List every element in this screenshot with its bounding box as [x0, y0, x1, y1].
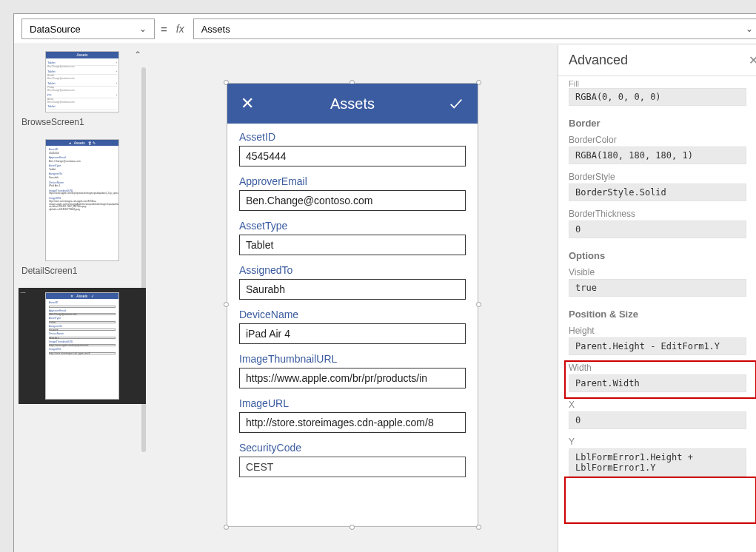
prop-value[interactable]: RGBA(180, 180, 180, 1) [569, 147, 746, 164]
chevron-down-icon: ⌄ [746, 24, 753, 34]
thumbnail-detail-screen[interactable]: ◂ Assets 🗑 ✎ AssetID4545444 ApproverEmai… [21, 139, 143, 276]
thumbnail-header: ✕ Assets ✓ [46, 293, 118, 300]
prop-value[interactable]: LblFormError1.Height + LblFormError1.Y [569, 448, 746, 477]
equals-sign: = [161, 23, 167, 36]
prop-label: X [569, 400, 756, 410]
form-field-assettype: AssetType Tablet [239, 220, 466, 255]
prop-borderthickness: BorderThickness 0 [569, 209, 756, 238]
form-field-imageurl: ImageURL http://store.storeimages.cdn-ap… [239, 397, 466, 433]
phone-title: Assets [330, 95, 375, 112]
scroll-up-icon[interactable]: ⌃ [134, 50, 141, 60]
prop-x: X 0 [569, 400, 756, 429]
field-input[interactable]: Ben.Change@contoso.com [239, 190, 466, 211]
panel-title: Advanced [569, 53, 628, 68]
field-input[interactable]: Tablet [239, 235, 466, 255]
phone-preview[interactable]: ✕ Assets AssetID 4545444 ApproverEmail B… [227, 83, 478, 527]
tree-panel: ⌃ Assets Tablet› Ben.Change@contoso.com … [14, 45, 147, 552]
field-input[interactable]: Saurabh [239, 279, 466, 300]
field-label: ImageURL [239, 397, 466, 409]
thumbnail-label: BrowseScreen1 [21, 117, 143, 127]
field-label: AssetType [239, 220, 466, 232]
form-body: AssetID 4545444 ApproverEmail Ben.Change… [227, 124, 478, 526]
prop-label: Width [569, 363, 756, 373]
app-window: DataSource ⌄ = fx Assets ⌄ ⌃ Assets Tabl… [13, 13, 756, 552]
canvas-area: ✕ Assets AssetID 4545444 ApproverEmail B… [147, 45, 558, 552]
properties-body: Fill RGBA(0, 0, 0, 0) Border BorderColor… [558, 76, 756, 552]
close-icon[interactable]: ✕ [241, 94, 254, 113]
thumbnail-browse-screen[interactable]: Assets Tablet› Ben.Change@contoso.com Ta… [21, 51, 143, 127]
prop-fill: Fill RGBA(0, 0, 0, 0) [569, 79, 756, 106]
field-input[interactable]: CEST [239, 457, 466, 477]
field-input[interactable]: http://store.storeimages.cdn-apple.com/8 [239, 412, 466, 433]
field-label: AssignedTo [239, 264, 466, 276]
section-position-size: Position & Size [569, 309, 756, 320]
form-field-devicename: DeviceName iPad Air 4 [239, 309, 466, 344]
prop-label: Y [569, 437, 756, 447]
close-icon[interactable]: ✕ [749, 53, 756, 67]
field-label: AssetID [239, 131, 466, 143]
prop-value[interactable]: Parent.Width [569, 374, 746, 392]
formula-input[interactable]: Assets ⌄ [193, 18, 756, 39]
prop-label: BorderStyle [569, 172, 756, 182]
field-input[interactable]: https://www.apple.com/br/pr/products/in [239, 368, 466, 388]
form-field-assignedto: AssignedTo Saurabh [239, 264, 466, 300]
form-field-assetid: AssetID 4545444 [239, 131, 466, 166]
form-field-approveremail: ApproverEmail Ben.Change@contoso.com [239, 175, 466, 211]
prop-borderstyle: BorderStyle BorderStyle.Solid [569, 172, 756, 201]
chevron-down-icon: ⌄ [139, 24, 147, 34]
form-field-imagethumbnailurl: ImageThumbnailURL https://www.apple.com/… [239, 353, 466, 388]
prop-visible: Visible true [569, 267, 756, 297]
formula-bar: DataSource ⌄ = fx Assets ⌄ [14, 14, 756, 44]
field-input[interactable]: 4545444 [239, 146, 466, 166]
field-label: DeviceName [239, 309, 466, 320]
prop-height: Height Parent.Height - EditForm1.Y [569, 326, 756, 355]
section-options: Options [569, 250, 756, 261]
form-field-securitycode: SecurityCode CEST [239, 442, 466, 477]
prop-width: Width Parent.Width [569, 363, 756, 392]
prop-value[interactable]: BorderStyle.Solid [569, 184, 746, 201]
prop-label: Fill [569, 79, 756, 88]
prop-label: BorderThickness [569, 209, 756, 219]
prop-value[interactable]: true [569, 279, 746, 297]
prop-value[interactable]: 0 [569, 221, 746, 238]
fx-icon: fx [173, 23, 187, 35]
thumbnail-edit-screen[interactable]: ✕ Assets ✓ AssetID ApproverEmailBen.Chan… [19, 288, 146, 404]
prop-value[interactable]: Parent.Height - EditForm1.Y [569, 337, 746, 355]
properties-header: Advanced ✕ [558, 45, 756, 76]
thumbnail-header: ◂ Assets 🗑 ✎ [46, 140, 118, 147]
prop-value[interactable]: RGBA(0, 0, 0, 0) [569, 88, 746, 106]
prop-value[interactable]: 0 [569, 411, 746, 429]
highlight-box [564, 477, 756, 524]
main-area: ⌃ Assets Tablet› Ben.Change@contoso.com … [14, 45, 756, 552]
property-dropdown[interactable]: DataSource ⌄ [21, 18, 155, 39]
prop-label: BorderColor [569, 135, 756, 145]
prop-label: Visible [569, 267, 756, 277]
prop-label: Height [569, 326, 756, 336]
prop-y: Y LblFormError1.Height + LblFormError1.Y [569, 437, 756, 477]
prop-bordercolor: BorderColor RGBA(180, 180, 180, 1) [569, 135, 756, 164]
thumbnail-header: Assets [46, 52, 118, 58]
formula-value: Assets [201, 24, 230, 35]
thumbnail-label: DetailScreen1 [21, 266, 143, 276]
field-label: ApproverEmail [239, 175, 466, 187]
properties-panel: Advanced ✕ Fill RGBA(0, 0, 0, 0) Border … [558, 45, 756, 552]
field-input[interactable]: iPad Air 4 [239, 323, 466, 344]
phone-header: ✕ Assets [227, 84, 478, 124]
field-label: ImageThumbnailURL [239, 353, 466, 365]
section-border: Border [569, 118, 756, 129]
check-icon[interactable] [448, 95, 464, 112]
property-dropdown-value: DataSource [30, 24, 81, 35]
field-label: SecurityCode [239, 442, 466, 454]
